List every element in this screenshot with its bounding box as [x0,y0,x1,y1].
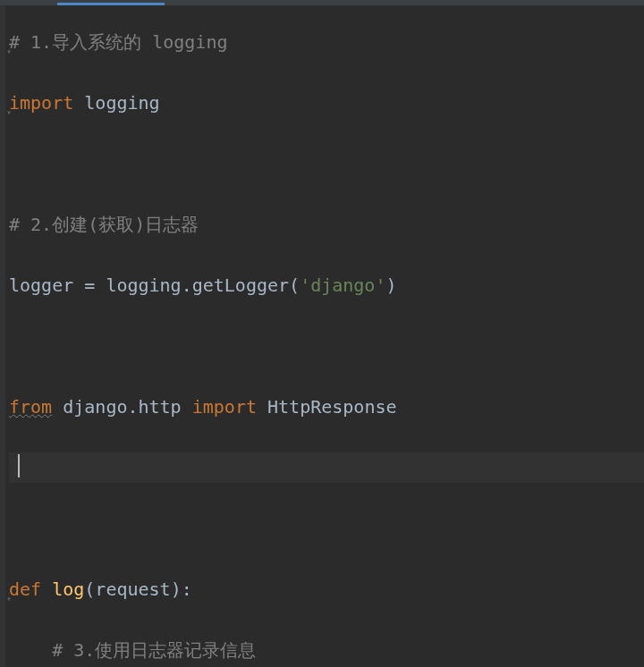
keyword-def: def [9,578,41,600]
code-line[interactable]: from django.http import HttpResponse [9,392,644,422]
space [41,578,52,600]
code-line[interactable] [9,331,644,361]
code-line[interactable]: ▾def log(request): [9,574,644,604]
call: logging.getLogger( [106,274,300,296]
function-name: log [52,578,84,600]
identifier: HttpResponse [257,396,397,418]
keyword-from: from [9,396,52,418]
op: = [73,274,106,296]
code-line[interactable]: logger = logging.getLogger('django') [9,270,644,300]
code-editor[interactable]: ▾# 1.导入系统的 logging ▾import logging # 2.创… [0,5,644,667]
caret [18,454,20,477]
comment: # 2.创建(获取)日志器 [9,214,199,235]
comment: # 3.使用日志器记录信息 [52,639,256,661]
code-line[interactable] [9,513,644,544]
param: request [95,578,170,600]
paren: ) [386,274,396,296]
code-line[interactable]: ▾import logging [9,88,644,118]
gutter [0,5,5,667]
string: 'django' [300,274,386,296]
fold-icon[interactable]: ▾ [6,37,13,67]
code-line[interactable]: # 3.使用日志器记录信息 [9,635,644,665]
identifier: logger [9,274,73,296]
keyword-import: import [192,396,257,418]
comment: # 1.导入系统的 logging [9,31,228,53]
code-line[interactable]: ▾# 1.导入系统的 logging [9,27,644,57]
fold-icon[interactable]: ▾ [6,97,13,128]
code-line[interactable]: # 2.创建(获取)日志器 [9,209,644,240]
space [73,92,84,114]
identifier: logging [84,92,159,114]
keyword-import: import [9,92,73,114]
code-line[interactable] [9,148,644,179]
pkg: django.http [52,396,192,418]
code-line-current[interactable] [9,452,644,483]
fold-icon[interactable]: ▾ [6,584,13,614]
code-block[interactable]: ▾# 1.导入系统的 logging ▾import logging # 2.创… [0,27,644,667]
paren: ): [171,578,192,600]
paren: ( [84,578,95,600]
